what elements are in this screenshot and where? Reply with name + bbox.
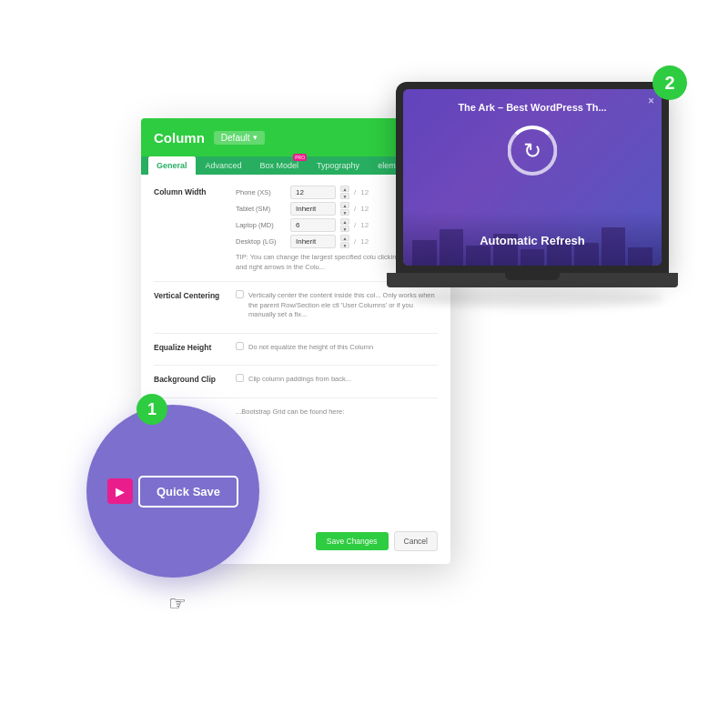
- background-clip-label: Background Clip: [154, 373, 236, 384]
- field-max-tablet: 12: [360, 205, 369, 213]
- field-max-laptop: 12: [360, 221, 369, 229]
- field-input-laptop[interactable]: [290, 218, 336, 232]
- laptop-base: [387, 273, 678, 287]
- field-sublabel-laptop: Laptop (MD): [236, 221, 286, 229]
- field-max-desktop: 12: [360, 237, 369, 246]
- tab-typography[interactable]: Typography: [308, 156, 368, 175]
- field-arrows-desktop: ▲ ▼: [340, 235, 349, 248]
- field-sublabel-phone: Phone (XS): [236, 188, 286, 196]
- arrow-up-tablet[interactable]: ▲: [340, 202, 349, 208]
- field-input-tablet[interactable]: [290, 202, 336, 216]
- scene: Column Default General Advanced Box Mode…: [0, 0, 728, 724]
- background-clip-checkbox[interactable]: Clip column paddings from back...: [236, 373, 438, 385]
- panel-title: Column: [154, 130, 205, 146]
- arrow-down-laptop[interactable]: ▼: [340, 226, 349, 232]
- screen-center-label: Automatic Refresh: [403, 234, 662, 247]
- step-badge-2: 2: [652, 65, 687, 100]
- pro-badge: PRO: [293, 154, 307, 161]
- panel-footer: Save Changes Cancel: [316, 531, 438, 551]
- background-clip-fields: Clip column paddings from back...: [236, 373, 438, 388]
- divider-4: [154, 397, 438, 398]
- field-sublabel-desktop: Desktop (LG): [236, 237, 286, 246]
- arrow-up-phone[interactable]: ▲: [340, 186, 349, 192]
- tab-advanced[interactable]: Advanced: [197, 156, 250, 175]
- step-badge-1: 1: [136, 394, 167, 425]
- laptop-container: 2 × The Ark – Best WordPress Th... ↻ Aut…: [396, 82, 678, 346]
- arrow-down-tablet[interactable]: ▼: [340, 209, 349, 216]
- laptop-screen: × The Ark – Best WordPress Th... ↻ Autom…: [403, 89, 662, 266]
- cancel-button[interactable]: Cancel: [394, 531, 438, 551]
- field-input-phone[interactable]: [290, 186, 336, 199]
- refresh-icon: ↻: [523, 138, 541, 164]
- checkbox-equalize[interactable]: [236, 342, 244, 350]
- arrow-up-laptop[interactable]: ▲: [340, 218, 349, 225]
- laptop-body: × The Ark – Best WordPress Th... ↻ Autom…: [396, 82, 669, 273]
- laptop-notch: [505, 273, 560, 280]
- checkbox-clip[interactable]: [236, 374, 244, 382]
- quick-save-button[interactable]: Quick Save: [138, 476, 238, 508]
- equalize-height-text: Do not equalize the height of this Colum…: [248, 343, 373, 353]
- column-width-label: Column Width: [154, 186, 236, 196]
- field-sublabel-tablet: Tablet (SM): [236, 205, 286, 213]
- field-input-desktop[interactable]: [290, 235, 336, 248]
- field-arrows-phone: ▲ ▼: [340, 186, 349, 199]
- information-text: ...Bootstrap Grid can be found here:: [236, 407, 436, 417]
- checkbox-vertical[interactable]: [236, 290, 244, 298]
- default-dropdown-button[interactable]: Default: [214, 131, 265, 145]
- arrow-up-desktop[interactable]: ▲: [340, 235, 349, 241]
- quick-save-icon: ▶: [107, 478, 133, 504]
- arrow-down-phone[interactable]: ▼: [340, 193, 349, 199]
- field-arrows-laptop: ▲ ▼: [340, 218, 349, 232]
- tab-box-model[interactable]: Box Model PRO: [252, 156, 308, 175]
- information-fields: ...Bootstrap Grid can be found here:: [236, 406, 438, 417]
- tab-general[interactable]: General: [148, 156, 196, 175]
- save-changes-button[interactable]: Save Changes: [316, 532, 389, 550]
- laptop-shadow: [410, 289, 664, 307]
- field-arrows-tablet: ▲ ▼: [340, 202, 349, 216]
- vertical-centering-label: Vertical Centering: [154, 289, 236, 300]
- cursor-icon: ☞: [168, 592, 187, 616]
- equalize-height-label: Equalize Height: [154, 341, 236, 352]
- background-clip-row: Background Clip Clip column paddings fro…: [154, 373, 438, 388]
- screen-title: The Ark – Best WordPress Th...: [403, 102, 662, 113]
- arrow-down-desktop[interactable]: ▼: [340, 242, 349, 248]
- refresh-circle: ↻: [508, 126, 558, 176]
- divider-3: [154, 365, 438, 366]
- background-clip-text: Clip column paddings from back...: [248, 375, 351, 385]
- field-max-phone: 12: [360, 188, 369, 196]
- quick-save-circle: ▶ Quick Save ☞ 1: [86, 405, 259, 578]
- quick-save-inner: ▶ Quick Save: [107, 476, 238, 508]
